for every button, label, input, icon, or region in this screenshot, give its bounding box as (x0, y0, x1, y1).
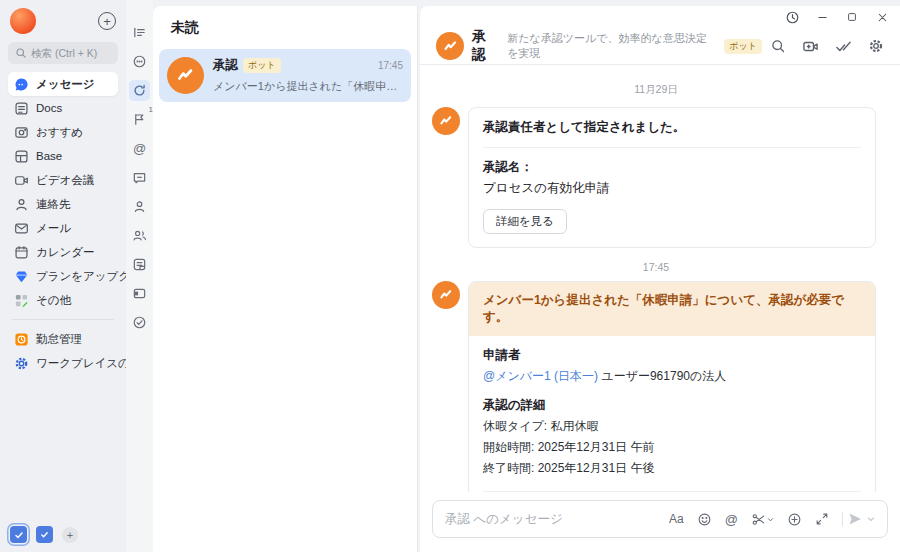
calendar-icon (14, 245, 29, 260)
message-bubble-icon[interactable] (129, 51, 150, 72)
workspace-icon[interactable] (36, 526, 53, 543)
send-icon[interactable] (847, 511, 863, 527)
message-input[interactable] (445, 512, 656, 526)
sidebar-item-upgrade[interactable]: プランをアップグレード (8, 264, 118, 288)
gem-icon (14, 269, 29, 284)
detail-start-time: 開始時間: 2025年12月31日 午前 (483, 439, 861, 456)
search-in-chat-icon[interactable] (770, 38, 786, 54)
sidebar-divider (12, 319, 114, 320)
approval-bot-avatar[interactable] (436, 32, 464, 60)
chat-header: 承認 新たな承認ツールで、効率的な意思決定を実現 ボット (420, 28, 900, 65)
mention-icon[interactable]: @ (725, 512, 738, 527)
chat-icon (14, 77, 29, 92)
sidebar-item-calendar[interactable]: カレンダー (8, 240, 118, 264)
workspace-dock: + (10, 526, 78, 543)
add-workspace-icon[interactable]: + (62, 527, 78, 543)
workspace-icon-current[interactable] (10, 526, 27, 543)
app-window: + メッセージ Docs おすすめ Base (0, 0, 900, 552)
message-list-title: 未読 (159, 19, 411, 37)
conversation-filter-icon[interactable] (129, 22, 150, 43)
minimize-icon[interactable] (814, 9, 830, 25)
approval-notice-card: 承認責任者として指定されました。 承認名： プロセスの有効化申請 詳細を見る (468, 107, 876, 248)
close-icon[interactable] (874, 9, 890, 25)
video-icon (14, 173, 29, 188)
base-icon (14, 149, 29, 164)
sidebar-item-messages[interactable]: メッセージ (8, 72, 118, 96)
sidebar-item-workplace-settings[interactable]: ワークプレイスの設定 (8, 351, 118, 375)
chat-panel: 承認 新たな承認ツールで、効率的な意思決定を実現 ボット 11月29日 承認責任… (420, 6, 900, 552)
unread-refresh-icon[interactable] (129, 80, 150, 101)
mention-icon[interactable]: @ (129, 138, 150, 159)
attendance-icon (14, 332, 29, 347)
camera-icon (14, 125, 29, 140)
approval-details-label: 承認の詳細 (483, 397, 861, 414)
composer-area: Aa @ (420, 492, 900, 552)
done-icon[interactable] (129, 312, 150, 333)
approval-name-value: プロセスの有効化申請 (483, 180, 861, 197)
conversation-preview: メンバー1から提出された「休暇申請」について、承認が必要です。 (213, 79, 403, 94)
search-input-wrap[interactable] (8, 42, 118, 64)
more-apps-icon (14, 293, 29, 308)
sidebar-item-mail[interactable]: メール (8, 216, 118, 240)
sidebar-item-contacts[interactable]: 連絡先 (8, 192, 118, 216)
approval-banner: メンバー1から提出された「休暇申請」について、承認が必要です。 (469, 282, 875, 336)
search-input[interactable] (31, 47, 111, 59)
approval-bot-avatar[interactable] (432, 281, 460, 309)
add-icon[interactable]: + (98, 12, 116, 30)
topics-icon[interactable] (129, 167, 150, 188)
filter-rail: 1 @ (126, 0, 153, 552)
expand-icon[interactable] (815, 512, 829, 526)
sidebar-item-base[interactable]: Base (8, 144, 118, 168)
card-title: 承認責任者として指定されました。 (483, 119, 861, 136)
sidebar-item-label: その他 (36, 293, 71, 308)
chat-body[interactable]: 11月29日 承認責任者として指定されました。 承認名： プロセスの有効化申請 … (420, 65, 900, 492)
conversation-item[interactable]: 承認 ボット 17:45 メンバー1から提出された「休暇申請」について、承認が必… (159, 49, 411, 102)
message-list-panel: 未読 承認 ボット 17:45 メンバー1から提出された「休暇申請」について、承… (153, 6, 418, 552)
bot-badge: ボット (243, 58, 281, 73)
sidebar-item-label: Base (36, 150, 62, 162)
sidebar-item-video[interactable]: ビデオ会議 (8, 168, 118, 192)
docs-rail-icon[interactable] (129, 254, 150, 275)
message-row: 承認責任者として指定されました。 承認名： プロセスの有効化申請 詳細を見る (432, 107, 880, 248)
sidebar: + メッセージ Docs おすすめ Base (0, 0, 126, 552)
double-check-icon[interactable] (835, 38, 852, 55)
sidebar-item-more[interactable]: その他 (8, 288, 118, 312)
card-divider (483, 147, 861, 148)
send-options-chevron-icon[interactable] (867, 515, 875, 523)
mention-link[interactable]: @メンバー1 (日本一) (483, 369, 598, 383)
text-format-icon[interactable]: Aa (669, 512, 684, 526)
history-icon[interactable] (784, 9, 800, 25)
contacts-rail-icon[interactable] (129, 196, 150, 217)
emoji-icon[interactable] (697, 512, 712, 527)
workplace-settings-icon (14, 356, 29, 371)
send-separator (842, 512, 843, 526)
attach-plus-icon[interactable] (787, 512, 802, 527)
group-icon[interactable] (129, 225, 150, 246)
view-details-button[interactable]: 詳細を見る (483, 209, 567, 234)
message-row: メンバー1から提出された「休暇申請」について、承認が必要です。 申請者 @メンバ… (432, 281, 880, 492)
maximize-icon[interactable] (844, 9, 860, 25)
settings-icon[interactable] (868, 38, 884, 54)
approval-request-card: メンバー1から提出された「休暇申請」について、承認が必要です。 申請者 @メンバ… (468, 281, 876, 492)
detail-leave-type: 休暇タイプ: 私用休暇 (483, 418, 861, 435)
video-call-icon[interactable] (802, 38, 819, 55)
sidebar-item-label: 勤怠管理 (36, 332, 82, 347)
sidebar-item-label: メッセージ (36, 77, 95, 92)
detail-end-time: 終了時間: 2025年12月31日 午後 (483, 460, 861, 477)
sidebar-item-recommend[interactable]: おすすめ (8, 120, 118, 144)
flag-icon[interactable]: 1 (129, 109, 150, 130)
chat-subtitle: 新たな承認ツールで、効率的な意思決定を実現 (507, 31, 716, 61)
sidebar-item-attendance[interactable]: 勤怠管理 (8, 327, 118, 351)
applicant-org: ユーザー961790の法人 (601, 369, 726, 383)
approval-bot-avatar[interactable] (432, 107, 460, 135)
label-icon[interactable] (129, 283, 150, 304)
sidebar-item-docs[interactable]: Docs (8, 96, 118, 120)
conversation-name: 承認 (213, 57, 238, 74)
sidebar-item-label: ビデオ会議 (36, 173, 94, 188)
mail-icon (14, 221, 29, 236)
sidebar-nav: メッセージ Docs おすすめ Base ビデオ会議 連絡先 (8, 72, 118, 375)
screenshot-scissors-icon[interactable] (751, 512, 774, 527)
composer[interactable]: Aa @ (432, 500, 888, 538)
user-avatar[interactable] (10, 8, 36, 34)
sidebar-item-label: Docs (36, 102, 62, 114)
